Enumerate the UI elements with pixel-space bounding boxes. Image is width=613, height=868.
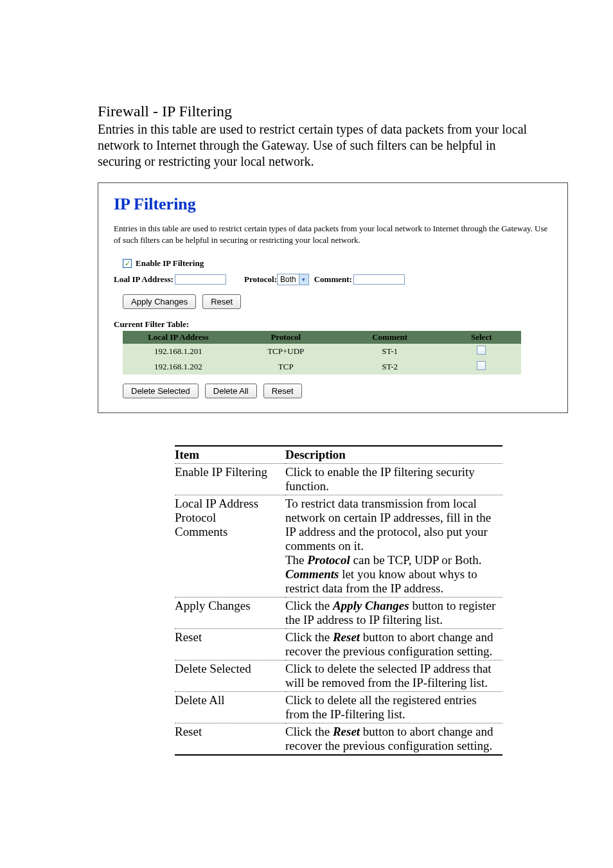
cell-desc: Click the Apply Changes button to regist… bbox=[285, 598, 502, 629]
cell-ip: 192.168.1.202 bbox=[123, 359, 234, 375]
th-protocol: Protocol bbox=[234, 331, 338, 344]
cell-item: Delete Selected bbox=[175, 660, 285, 692]
th-description: Description bbox=[285, 446, 502, 464]
delete-all-button[interactable]: Delete All bbox=[205, 384, 257, 398]
comment-input[interactable] bbox=[353, 274, 405, 285]
protocol-select[interactable]: Both ▾ bbox=[277, 274, 309, 285]
cell-item: Reset bbox=[175, 629, 285, 660]
delete-selected-button[interactable]: Delete Selected bbox=[123, 384, 199, 398]
panel-title: IP Filtering bbox=[114, 195, 552, 214]
local-ip-input[interactable] bbox=[175, 274, 226, 285]
filter-table: Local IP Address Protocol Comment Select… bbox=[123, 331, 521, 375]
current-filter-table-title: Current Filter Table: bbox=[114, 319, 552, 330]
cell-item: Apply Changes bbox=[175, 598, 285, 629]
cell-desc: Click to delete all the registered entri… bbox=[285, 692, 502, 723]
cell-proto: TCP+UDP bbox=[234, 344, 338, 359]
cell-item: Delete All bbox=[175, 692, 285, 723]
cell-comment: ST-1 bbox=[338, 344, 442, 359]
panel-description: Entries in this table are used to restri… bbox=[114, 223, 552, 245]
cell-desc: Click the Reset button to abort change a… bbox=[285, 723, 502, 756]
th-select: Select bbox=[442, 331, 522, 344]
cell-proto: TCP bbox=[234, 359, 338, 375]
cell-desc: Click to delete the selected IP address … bbox=[285, 660, 502, 692]
cell-ip: 192.168.1.201 bbox=[123, 344, 234, 359]
chevron-down-icon: ▾ bbox=[299, 274, 308, 285]
protocol-select-value: Both bbox=[280, 275, 296, 284]
th-item: Item bbox=[175, 446, 285, 464]
cell-desc: Click the Reset button to abort change a… bbox=[285, 629, 502, 660]
page-title: Firewall - IP Filtering bbox=[98, 103, 536, 120]
page-description: Entries in this table are used to restri… bbox=[98, 121, 536, 170]
row-select-checkbox[interactable] bbox=[477, 361, 486, 370]
protocol-label: Protocol: bbox=[244, 274, 277, 285]
comment-label: Comment: bbox=[314, 274, 352, 285]
description-table: Item Description Enable IP Filtering Cli… bbox=[175, 445, 502, 756]
th-comment: Comment bbox=[338, 331, 442, 344]
apply-changes-button[interactable]: Apply Changes bbox=[123, 294, 196, 309]
th-local-ip: Local IP Address bbox=[123, 331, 234, 344]
cell-item: Reset bbox=[175, 723, 285, 756]
enable-ip-filtering-label: Enable IP Filtering bbox=[136, 258, 204, 269]
local-ip-label: Loal IP Address: bbox=[114, 274, 173, 285]
row-select-checkbox[interactable] bbox=[477, 346, 486, 355]
enable-ip-filtering-checkbox[interactable]: ✓ bbox=[123, 259, 132, 268]
cell-item: Local IP Address Protocol Comments bbox=[175, 495, 285, 598]
cell-desc: Click to enable the IP filtering securit… bbox=[285, 464, 502, 495]
cell-desc: To restrict data transmission from local… bbox=[285, 495, 502, 598]
reset-button-2[interactable]: Reset bbox=[263, 384, 302, 398]
reset-button[interactable]: Reset bbox=[202, 294, 241, 309]
ip-filtering-panel: IP Filtering Entries in this table are u… bbox=[98, 182, 568, 413]
table-row: 192.168.1.202 TCP ST-2 bbox=[123, 359, 521, 375]
cell-comment: ST-2 bbox=[338, 359, 442, 375]
table-row: 192.168.1.201 TCP+UDP ST-1 bbox=[123, 344, 521, 359]
cell-item: Enable IP Filtering bbox=[175, 464, 285, 495]
